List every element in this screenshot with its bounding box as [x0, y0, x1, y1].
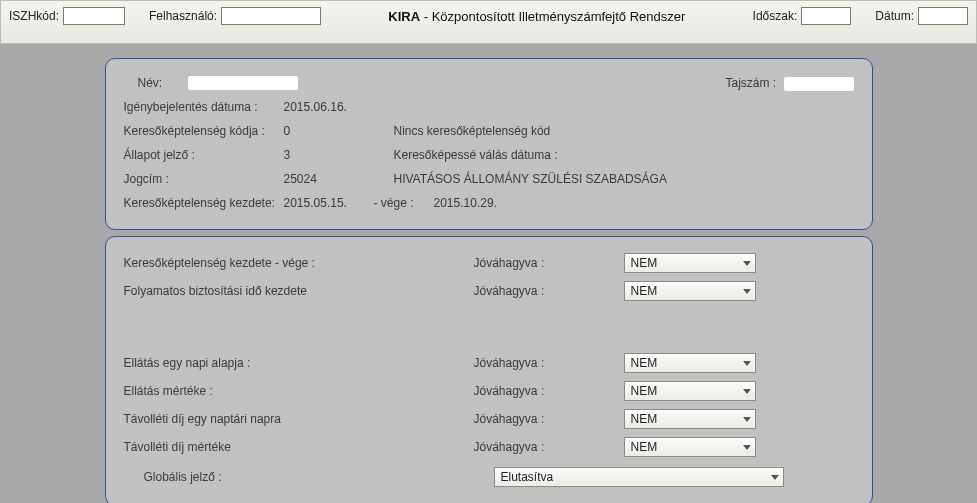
approval-row4-label: Ellátás mértéke :: [124, 384, 474, 398]
approval-row3-label: Ellátás egy napi alapja :: [124, 356, 474, 370]
claim-date-label: Igénybejelentés dátuma :: [124, 98, 284, 116]
approval-row1-select[interactable]: NEM: [624, 253, 756, 273]
iszh-label: ISZHkód:: [9, 9, 59, 23]
global-flag-label: Globális jelző :: [124, 470, 494, 484]
period-label: Időszak:: [753, 9, 798, 23]
date-input[interactable]: [918, 7, 968, 25]
iszh-input[interactable]: [63, 7, 125, 25]
taj-label: Tajszám :: [725, 76, 776, 90]
approved-label-4: Jóváhagyva :: [474, 384, 624, 398]
user-input[interactable]: [221, 7, 321, 25]
taj-value-redacted: [784, 77, 854, 91]
title-code-label: Jogcím :: [124, 170, 284, 188]
approval-row6-label: Távolléti díj mértéke: [124, 440, 474, 454]
global-flag-select-value: Elutasítva: [501, 470, 554, 484]
approval-row5-select-value: NEM: [631, 412, 658, 426]
title-code-value: 25024: [284, 170, 394, 188]
incapacity-start-value: 2015.05.15.: [284, 194, 374, 212]
approval-row6-select-value: NEM: [631, 440, 658, 454]
approved-label-5: Jóváhagyva :: [474, 412, 624, 426]
state-flag-value: 3: [284, 146, 394, 164]
approval-row5-label: Távolléti díj egy naptári napra: [124, 412, 474, 426]
chevron-down-icon: [771, 475, 779, 480]
approval-row3-select-value: NEM: [631, 356, 658, 370]
name-value-redacted: [188, 76, 298, 90]
chevron-down-icon: [743, 361, 751, 366]
chevron-down-icon: [743, 445, 751, 450]
chevron-down-icon: [743, 389, 751, 394]
app-title-bold: KIRA: [388, 9, 420, 24]
top-bar: ISZHkód: Felhasználó: KIRA - Központosít…: [0, 0, 977, 44]
incapacity-code-value: 0: [284, 122, 394, 140]
approved-label-2: Jóváhagyva :: [474, 284, 624, 298]
global-flag-select[interactable]: Elutasítva: [494, 467, 784, 487]
claim-date-value: 2015.06.16.: [284, 98, 394, 116]
date-label: Dátum:: [875, 9, 914, 23]
chevron-down-icon: [743, 261, 751, 266]
app-title-rest: - Központosított Illetményszámfejtő Rend…: [420, 9, 685, 24]
incapacity-end-label: - vége :: [374, 194, 434, 212]
state-flag-label: Állapot jelző :: [124, 146, 284, 164]
approval-row2-select-value: NEM: [631, 284, 658, 298]
capable-date-label: Keresőképessé válás dátuma :: [394, 146, 854, 164]
approval-row2-select[interactable]: NEM: [624, 281, 756, 301]
approval-row6-select[interactable]: NEM: [624, 437, 756, 457]
approval-row3-select[interactable]: NEM: [624, 353, 756, 373]
incapacity-code-text: Nincs keresőképtelenség kód: [394, 122, 854, 140]
approval-row4-select[interactable]: NEM: [624, 381, 756, 401]
incapacity-start-label: Keresőképtelenség kezdete:: [124, 194, 284, 212]
approved-label-1: Jóváhagyva :: [474, 256, 624, 270]
approval-row1-select-value: NEM: [631, 256, 658, 270]
period-input[interactable]: [801, 7, 851, 25]
info-panel: Név: Tajszám : Igénybejelentés dátuma : …: [105, 58, 873, 230]
user-label: Felhasználó:: [149, 9, 217, 23]
chevron-down-icon: [743, 289, 751, 294]
name-label: Név:: [124, 74, 188, 92]
approval-panel: Keresőképtelenség kezdete - vége : Jóváh…: [105, 236, 873, 503]
approved-label-3: Jóváhagyva :: [474, 356, 624, 370]
approval-row4-select-value: NEM: [631, 384, 658, 398]
app-title: KIRA - Központosított Illetményszámfejtő…: [325, 9, 749, 24]
approval-row2-label: Folyamatos biztosítási idő kezdete: [124, 284, 474, 298]
incapacity-end-value: 2015.10.29.: [434, 194, 497, 212]
incapacity-code-label: Keresőképtelenség kódja :: [124, 122, 284, 140]
approval-row5-select[interactable]: NEM: [624, 409, 756, 429]
approved-label-6: Jóváhagyva :: [474, 440, 624, 454]
title-code-text: HIVATÁSOS ÁLLOMÁNY SZÜLÉSI SZABADSÁGA: [394, 170, 854, 188]
approval-row1-label: Keresőképtelenség kezdete - vége :: [124, 256, 474, 270]
chevron-down-icon: [743, 417, 751, 422]
